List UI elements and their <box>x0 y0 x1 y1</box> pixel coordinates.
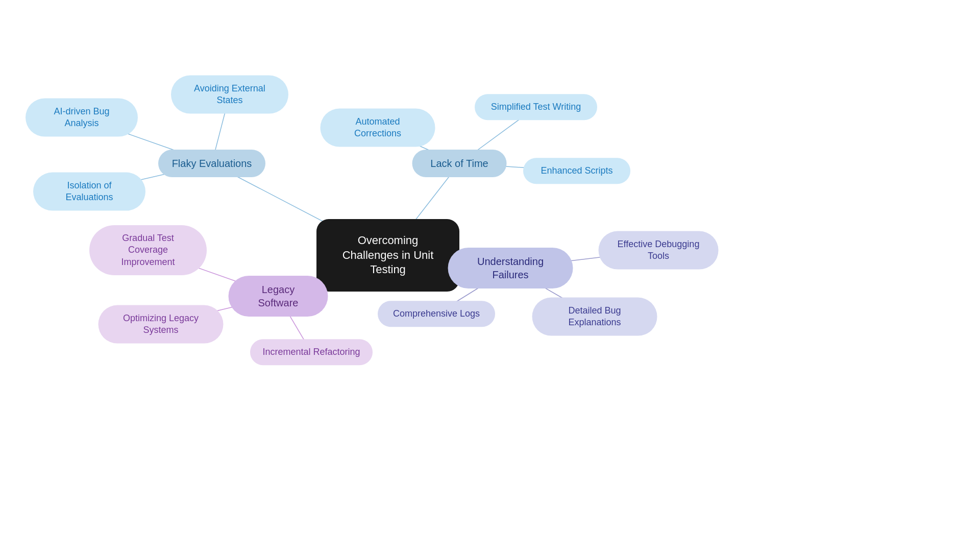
node-legacy[interactable]: Legacy Software <box>229 276 328 317</box>
node-incr-refactor[interactable]: Incremental Refactoring <box>250 339 373 365</box>
node-enhanced[interactable]: Enhanced Scripts <box>523 158 630 184</box>
node-isolation[interactable]: Isolation of Evaluations <box>33 173 145 211</box>
node-eff-debug[interactable]: Effective Debugging Tools <box>599 231 719 270</box>
node-center[interactable]: Overcoming Challenges in Unit Testing <box>316 219 459 292</box>
node-flaky[interactable]: Flaky Evaluations <box>158 150 265 177</box>
node-simple-test[interactable]: Simplified Test Writing <box>475 94 597 120</box>
mind-map: Overcoming Challenges in Unit TestingFla… <box>0 0 980 553</box>
node-detail-bug[interactable]: Detailed Bug Explanations <box>532 298 657 336</box>
node-avoid-ext[interactable]: Avoiding External States <box>171 76 288 114</box>
node-understand-fail[interactable]: Understanding Failures <box>448 248 573 288</box>
node-opt-legacy[interactable]: Optimizing Legacy Systems <box>99 305 224 344</box>
node-ai-bug[interactable]: AI-driven Bug Analysis <box>26 99 138 137</box>
node-gradual-test[interactable]: Gradual Test Coverage Improvement <box>89 225 207 275</box>
node-auto-correct[interactable]: Automated Corrections <box>321 109 435 147</box>
node-lack-time[interactable]: Lack of Time <box>412 150 507 177</box>
node-comp-logs[interactable]: Comprehensive Logs <box>378 301 495 327</box>
